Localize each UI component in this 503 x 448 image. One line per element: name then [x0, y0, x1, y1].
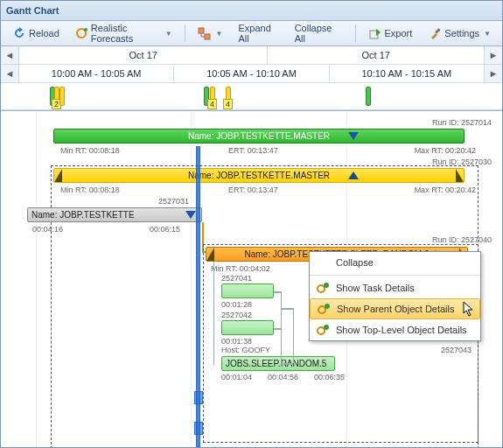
- collapse-all-label: Collapse All: [295, 23, 339, 44]
- timeline-prev-button[interactable]: ◄: [1, 65, 19, 82]
- tree-icon: [198, 26, 212, 40]
- run-id: Run ID: 2527014: [432, 118, 492, 127]
- menu-label: Show Task Details: [336, 283, 415, 293]
- metric: 00:01:28: [221, 300, 252, 309]
- settings-button[interactable]: Settings ▼: [422, 23, 497, 44]
- ert: ERT: 00:13:47: [228, 186, 278, 194]
- forecast-icon: [75, 26, 88, 40]
- settings-label: Settings: [444, 28, 479, 38]
- svg-rect-3: [205, 34, 210, 39]
- gantt-chart-area[interactable]: Run ID: 2527014 Name: JOBP.TESTKETTE.MAS…: [1, 111, 502, 448]
- forecasts-button[interactable]: Realistic Forecasts ▼: [69, 23, 178, 44]
- tree-line: [274, 328, 281, 330]
- timeline-range: 10:00 AM - 10:05 AM: [19, 65, 174, 82]
- expand-all-button[interactable]: Expand All: [232, 23, 284, 44]
- task-label: Name: JOBP.TESTKETTE.MASTER: [188, 171, 330, 180]
- timeline-date: Oct 17: [268, 46, 484, 64]
- svg-point-1: [84, 28, 87, 32]
- min-rt: Min RT: 00:04:02: [211, 264, 270, 273]
- collapse-all-button[interactable]: Collapse All: [289, 23, 346, 44]
- chevron-down-icon: ▼: [165, 30, 172, 38]
- svg-rect-2: [199, 28, 204, 33]
- max-rt: Max RT: 00:20:42: [415, 186, 476, 194]
- timeline-date: Oct 17: [19, 46, 268, 64]
- svg-point-6: [318, 285, 325, 292]
- details-icon: [316, 301, 332, 317]
- timeline-range: 10:05 AM - 10:10 AM: [174, 65, 329, 82]
- timeline-marker[interactable]: [59, 87, 65, 106]
- menu-item-toplevel-details[interactable]: Show Top-Level Object Details: [310, 319, 480, 340]
- forecasts-label: Realistic Forecasts: [91, 23, 161, 44]
- task-bar[interactable]: [221, 284, 274, 298]
- svg-point-8: [318, 306, 325, 313]
- reload-button[interactable]: Reload: [6, 23, 66, 44]
- svg-rect-5: [435, 28, 440, 33]
- host-label: Host: GOOFY: [221, 346, 270, 354]
- separator: [355, 24, 356, 42]
- context-menu: Collapse Show Task Details Show Parent O…: [309, 251, 481, 341]
- menu-label: Collapse: [336, 257, 374, 268]
- window-title: Gantt Chart: [1, 1, 502, 21]
- settings-icon: [428, 26, 442, 40]
- run-id: Run ID: 2527040: [432, 235, 492, 244]
- metric: 00:01:38: [221, 337, 252, 346]
- collapse-icon[interactable]: [348, 132, 359, 140]
- expand-icon[interactable]: [348, 172, 359, 179]
- expand-collapse-icon-button[interactable]: ▼: [192, 23, 229, 44]
- current-time-line: [196, 146, 200, 448]
- marker-label: 4: [207, 99, 217, 109]
- metric: 00:01:04: [221, 373, 252, 382]
- task-bar[interactable]: Name: JOBP.TESTKETTE.MASTER: [53, 129, 465, 144]
- export-button[interactable]: Export: [362, 23, 419, 44]
- metric: 00:06:35: [314, 373, 345, 382]
- svg-point-10: [318, 327, 325, 334]
- timeline-marker[interactable]: [366, 87, 371, 106]
- tree-line: [281, 291, 282, 363]
- max-rt: Max RT: 00:20:42: [415, 146, 476, 155]
- min-rt: Min RT: 00:08:18: [60, 146, 120, 155]
- marker-row: 244: [1, 83, 502, 110]
- ert: ERT: 00:13:47: [228, 146, 278, 155]
- task-bar[interactable]: JOBS.SLEEP.RANDOM.5: [221, 356, 335, 371]
- blank-icon: [315, 255, 331, 270]
- expand-all-label: Expand All: [238, 23, 278, 44]
- menu-item-task-details[interactable]: Show Task Details: [310, 277, 480, 298]
- task-label: Name: JOBP.TESTKETTE: [31, 210, 135, 220]
- tree-line: [281, 308, 293, 310]
- bar-cap-icon: [206, 248, 214, 262]
- timeline-next-button[interactable]: ►: [484, 65, 502, 82]
- metric: 00:06:15: [150, 225, 180, 234]
- min-rt: Min RT: 00:08:18: [60, 186, 120, 194]
- export-label: Export: [385, 28, 413, 38]
- child-id: 2527041: [221, 274, 252, 283]
- tree-line: [281, 363, 293, 365]
- toolbar: Reload Realistic Forecasts ▼ ▼ Expand Al…: [1, 21, 502, 46]
- chevron-down-icon: ▼: [216, 30, 223, 38]
- svg-point-7: [324, 283, 329, 288]
- tree-line: [274, 291, 281, 293]
- reload-label: Reload: [29, 28, 59, 38]
- bar-cap-icon: [456, 169, 465, 183]
- timeline-header: ◄ Oct 17 Oct 17 ► ◄ 10:00 AM - 10:05 AM …: [1, 46, 502, 111]
- task-bar[interactable]: [221, 320, 274, 335]
- reload-icon: [12, 26, 26, 40]
- menu-separator: [310, 275, 480, 276]
- timeline-next-button[interactable]: ►: [484, 46, 502, 64]
- separator: [185, 24, 185, 42]
- metric: 00:04:16: [32, 225, 63, 234]
- task-bar[interactable]: Name: JOBP.TESTKETTE.MASTER: [53, 168, 465, 183]
- details-icon: [315, 280, 331, 296]
- tree-line: [213, 262, 214, 365]
- menu-item-collapse[interactable]: Collapse: [310, 252, 480, 273]
- svg-point-9: [325, 304, 330, 309]
- child-id: 2527043: [441, 346, 472, 354]
- collapse-icon[interactable]: [185, 211, 196, 219]
- details-icon: [315, 322, 331, 338]
- timeline-prev-button[interactable]: ◄: [1, 46, 19, 64]
- task-bar[interactable]: Name: JOBP.TESTKETTE: [27, 207, 202, 222]
- svg-point-11: [324, 325, 329, 330]
- child-id: 2527031: [158, 197, 189, 206]
- menu-label: Show Parent Object Details: [337, 304, 455, 314]
- child-id: 2527042: [221, 311, 252, 319]
- menu-item-parent-details[interactable]: Show Parent Object Details: [310, 298, 480, 319]
